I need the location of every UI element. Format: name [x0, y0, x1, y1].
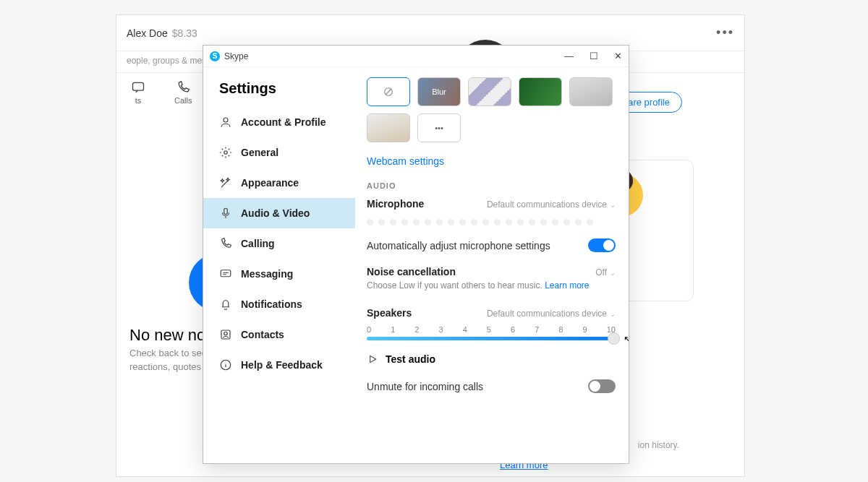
person-icon	[219, 116, 232, 129]
bg-tile-4[interactable]	[519, 77, 562, 106]
sidebar-item-account[interactable]: Account & Profile	[203, 107, 355, 137]
auto-adjust-label: Automatically adjust microphone settings	[367, 240, 550, 251]
bell-icon	[219, 298, 232, 311]
play-icon	[367, 353, 378, 365]
contacts-icon	[219, 328, 232, 341]
noise-cancel-hint: Choose Low if you want others to hear mu…	[367, 280, 627, 291]
bg-tile-5[interactable]	[569, 77, 613, 106]
sidebar-heading: Settings	[203, 80, 355, 107]
phone-icon	[176, 80, 190, 95]
sidebar-item-notifications[interactable]: Notifications	[203, 289, 355, 319]
test-audio-button[interactable]: Test audio	[367, 353, 627, 365]
unmute-toggle[interactable]	[588, 379, 616, 393]
bg-more-tile[interactable]: •••	[417, 113, 461, 142]
microphone-device-select[interactable]: Default communications device⌄	[487, 197, 616, 210]
chat-icon	[131, 80, 145, 95]
slider-ticks: 012345678910	[367, 325, 616, 334]
speakers-device-select[interactable]: Default communications device⌄	[487, 306, 616, 319]
tab-chats[interactable]: ts	[131, 80, 145, 105]
message-icon	[219, 267, 232, 280]
sidebar-item-appearance[interactable]: Appearance	[203, 168, 355, 198]
skype-icon: S	[210, 51, 220, 61]
slider-thumb[interactable]	[608, 332, 620, 345]
webcam-settings-link[interactable]: Webcam settings	[367, 155, 444, 167]
dialog-titlebar: S Skype — ☐ ✕	[203, 46, 629, 67]
tab-calls[interactable]: Calls	[174, 80, 192, 105]
info-icon	[219, 358, 232, 371]
audio-section-header: AUDIO	[367, 181, 627, 190]
microphone-icon	[219, 207, 232, 220]
sidebar-item-calling[interactable]: Calling	[203, 228, 355, 259]
dialog-title: Skype	[224, 51, 248, 61]
svg-point-1	[224, 118, 228, 122]
sidebar-item-messaging[interactable]: Messaging	[203, 259, 355, 289]
svg-point-6	[224, 332, 228, 335]
sidebar-item-audio-video[interactable]: Audio & Video	[203, 198, 355, 228]
sidebar-item-contacts[interactable]: Contacts	[203, 319, 355, 350]
noise-cancel-label: Noise cancellation	[367, 266, 456, 277]
bg-blur-tile[interactable]: Blur	[417, 77, 461, 106]
bg-none-tile[interactable]	[367, 77, 410, 106]
noise-learn-more-link[interactable]: Learn more	[545, 280, 589, 291]
sidebar-item-general[interactable]: General	[203, 137, 355, 168]
svg-point-2	[224, 151, 228, 155]
speakers-label: Speakers	[367, 307, 412, 319]
balance[interactable]: $8.33	[172, 27, 197, 39]
settings-dialog: S Skype — ☐ ✕ Settings Account & Profile…	[203, 45, 629, 464]
more-icon[interactable]: •••	[716, 25, 734, 40]
microphone-label: Microphone	[367, 198, 424, 210]
mic-level-meter	[367, 219, 627, 225]
svg-rect-3	[224, 208, 228, 214]
minimize-button[interactable]: —	[564, 51, 574, 61]
close-button[interactable]: ✕	[614, 51, 622, 61]
sidebar-item-help[interactable]: Help & Feedback	[203, 350, 355, 380]
svg-rect-0	[133, 82, 144, 90]
background-effect-row: Blur •••	[367, 77, 627, 142]
maximize-button[interactable]: ☐	[590, 51, 598, 61]
bg-tile-6[interactable]	[367, 113, 410, 142]
settings-panel: Blur ••• Webcam settings AUDIO Microphon…	[355, 67, 629, 463]
history-text: ion history.	[638, 440, 679, 450]
unmute-label: Unmute for incoming calls	[367, 381, 483, 392]
svg-rect-4	[221, 270, 231, 277]
noise-cancel-select[interactable]: Off⌄	[595, 265, 616, 278]
phone-icon	[219, 237, 232, 250]
speaker-volume-slider[interactable]: 012345678910 ↖	[367, 325, 616, 340]
bg-tile-3[interactable]	[468, 77, 511, 106]
wand-icon	[219, 176, 232, 189]
user-name[interactable]: Alex Doe	[127, 27, 168, 39]
gear-icon	[219, 146, 232, 159]
cursor-icon: ↖	[624, 334, 629, 345]
auto-adjust-toggle[interactable]	[588, 238, 616, 252]
settings-sidebar: Settings Account & Profile General Appea…	[203, 67, 355, 463]
